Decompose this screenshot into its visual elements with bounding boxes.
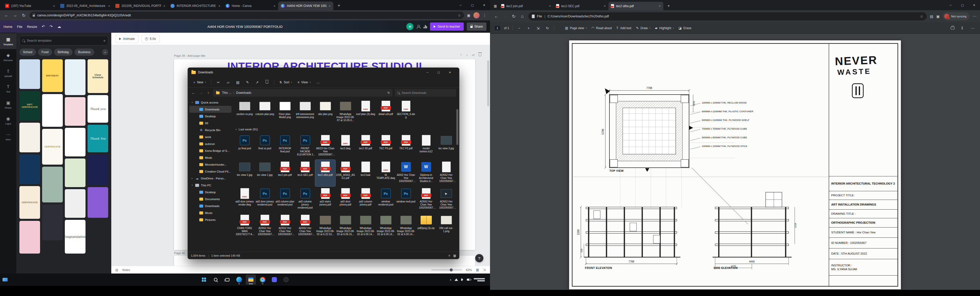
zoom-knob[interactable]	[450, 269, 453, 272]
file-item[interactable]: pdf2png (3).zip	[416, 213, 436, 240]
file-item[interactable]: PDFAD552 Hor Chan Yew 1002059367 P3a.pdf	[295, 213, 315, 240]
browser-tab[interactable]: INTERIOR ARCHITECTURE TECH...✕	[168, 2, 223, 10]
file-item[interactable]: section xx.png	[234, 99, 255, 125]
browser-tab[interactable]: 202205_INDIVIDUAL PORTFOLIO...✕	[113, 2, 168, 10]
copy-icon[interactable]: ▱	[224, 78, 232, 86]
minimize-button[interactable]: ─	[422, 68, 433, 77]
page-number-input[interactable]: 1	[494, 25, 501, 31]
close-button[interactable]: ✕	[444, 68, 455, 77]
explorer-search[interactable]	[395, 89, 456, 97]
explorer-nav-99[interactable]: 99	[189, 120, 231, 126]
zoom-out-button[interactable]: −	[516, 26, 522, 30]
explorer-nav-monsterhunter[interactable]: MonsterHunter...	[189, 161, 231, 168]
file-item[interactable]: PDFAD552 Hor Chan Yew 1002059367 P1b.pdf	[255, 213, 275, 240]
browser-profile-avatar[interactable]	[473, 12, 479, 18]
notes-button[interactable]: Notes	[122, 269, 130, 272]
minimize-button[interactable]: ─	[945, 0, 956, 10]
favorites-star-icon[interactable]: ☆	[920, 14, 923, 18]
file-item[interactable]: WhatsApp Image 2022-08-02 at 6.09.14...	[355, 213, 375, 240]
document-title[interactable]: AI404 HOR CHAN YEW 1002059367 PORTFOLIO	[207, 25, 283, 29]
taskbar-chrome-icon[interactable]	[258, 275, 268, 285]
volume-icon[interactable]	[461, 278, 463, 281]
delete-icon[interactable]	[262, 78, 271, 86]
file-item[interactable]: WDiploma in Architectural Studies.d...	[416, 160, 436, 186]
address-bar[interactable]: canva.com/design/DAFlpP_mXCM/Jh1S4tw5g64…	[30, 12, 464, 19]
filter-chip-business[interactable]: Business	[75, 48, 94, 56]
filter-chip-food[interactable]: Food	[38, 48, 52, 56]
sidebar-item-text[interactable]: TText	[0, 81, 16, 97]
taskbar-task-view-icon[interactable]	[222, 275, 232, 285]
template-thumbnail[interactable]	[65, 189, 86, 218]
template-thumbnail[interactable]	[19, 59, 40, 89]
extensions-icon[interactable]: ▣	[936, 14, 940, 18]
scrollbar-thumb[interactable]	[456, 109, 458, 145]
file-item[interactable]: PDFtec2 3D.pdf	[355, 133, 375, 160]
taskbar-app-purple-icon[interactable]	[269, 275, 280, 285]
file-item[interactable]: Pswindow revit.psd	[396, 186, 416, 213]
file-item[interactable]: Psad3 column plan rendered.psd	[275, 186, 295, 213]
taskbar-search-icon[interactable]	[210, 275, 221, 285]
explorer-nav-creative-cloud-fil[interactable]: Creative Cloud Fil...	[189, 168, 231, 175]
file-item[interactable]: DWGSECTION_6.dwg	[396, 99, 416, 125]
more-options-icon[interactable]: …	[314, 78, 323, 86]
tab-actions-icon[interactable]: ▦	[492, 3, 499, 9]
zoom-level[interactable]: 62%	[466, 269, 472, 272]
file-item[interactable]: Psfinal xx.psd	[255, 133, 275, 160]
back-button[interactable]: ←	[191, 91, 196, 95]
canvas-scrollbar[interactable]	[487, 60, 489, 106]
help-button[interactable]: ?	[475, 254, 484, 262]
file-item[interactable]: column plan.png	[255, 99, 275, 125]
user-avatar[interactable]: H	[406, 23, 414, 30]
sidebar-item-elements[interactable]: ◆Elements	[0, 49, 16, 65]
zoom-in-button[interactable]: +	[525, 26, 531, 30]
file-item[interactable]: tec view 1.jpg	[255, 160, 275, 186]
tab-close-icon[interactable]: ✕	[163, 5, 165, 7]
file-item[interactable]: PDFad3 door joinery.pdf	[335, 186, 355, 213]
canva-resize-menu[interactable]: Resize	[27, 25, 37, 29]
move-page-down-icon[interactable]: ↓	[466, 53, 468, 57]
browser-menu-icon[interactable]: ⋯	[973, 14, 977, 19]
view-button[interactable]: ≡View▾	[295, 78, 313, 86]
move-page-up-icon[interactable]: ↑	[460, 53, 462, 57]
file-item[interactable]: PsINTERIOR final.psd	[275, 133, 295, 160]
share-icon[interactable]: ↗	[253, 78, 262, 86]
file-item[interactable]: PDFtec2 join.pdf	[275, 160, 295, 186]
template-thumbnail[interactable]	[19, 123, 40, 152]
file-item[interactable]: WAi002 Hor Chan Yew 1002059367 Professio…	[396, 160, 416, 186]
maximize-button[interactable]: ▢	[466, 0, 478, 10]
send-to-teacher-button[interactable]: Send to teacher	[430, 22, 463, 31]
file-item[interactable]: DWGad3 door joinery render.dwg	[234, 186, 255, 213]
tab-close-icon[interactable]: ✕	[53, 5, 55, 7]
template-thumbnail[interactable]: Thank You	[88, 125, 108, 152]
fullscreen-icon[interactable]: ⇲	[483, 268, 486, 272]
breadcrumb-current[interactable]: Downloads	[236, 91, 251, 94]
file-item[interactable]: PDFad3 column joinery.pdf	[355, 186, 375, 213]
file-item[interactable]: PDFTEC P2.pdf	[396, 133, 416, 160]
file-item[interactable]: DWGIA TEMPLATE.dwg	[375, 160, 396, 186]
template-thumbnail[interactable]	[42, 166, 63, 202]
sort-button[interactable]: ⇅Sort▾	[277, 78, 294, 86]
close-button[interactable]: ✕	[478, 0, 490, 10]
explorer-nav-music[interactable]: Music	[189, 210, 231, 216]
file-item[interactable]: model lumion.ls12	[416, 133, 436, 160]
redo-icon[interactable]: ↷	[49, 24, 53, 29]
file-item[interactable]: PDFtec2-SEC.pdf	[295, 160, 315, 186]
file-item[interactable]: PDFCHAN YOKE WAN 1002742177 A2 M...	[234, 213, 255, 240]
pdf-tool-erase[interactable]: ◪Erase	[679, 26, 692, 30]
breadcrumb[interactable]: This ... › Downloads ↻	[213, 89, 393, 97]
page40-title[interactable]: Page 40	[174, 251, 185, 254]
templates-search-input[interactable]	[27, 39, 101, 42]
template-thumbnail[interactable]	[65, 59, 86, 95]
tab-close-icon[interactable]: ✕	[549, 5, 551, 7]
explorer-nav-desktop[interactable]: Desktop	[189, 189, 231, 195]
save-icon[interactable]: ↧	[959, 26, 965, 30]
file-item[interactable]: PDFtec2 otho.pdf	[315, 160, 335, 186]
explorer-nav-autorun[interactable]: autorun	[189, 140, 231, 147]
sidebar-item-more[interactable]: ⋯More	[0, 128, 16, 144]
cut-icon[interactable]: ✂	[214, 78, 223, 86]
canva-home-menu[interactable]: Home	[3, 25, 13, 29]
file-item[interactable]: PDFad3 stairs joinery.pdf	[315, 186, 335, 213]
new-button[interactable]: +New▾	[191, 78, 208, 86]
template-thumbnail[interactable]	[65, 158, 86, 187]
sidebar-item-uploads[interactable]: ⇧Uploads	[0, 65, 16, 81]
